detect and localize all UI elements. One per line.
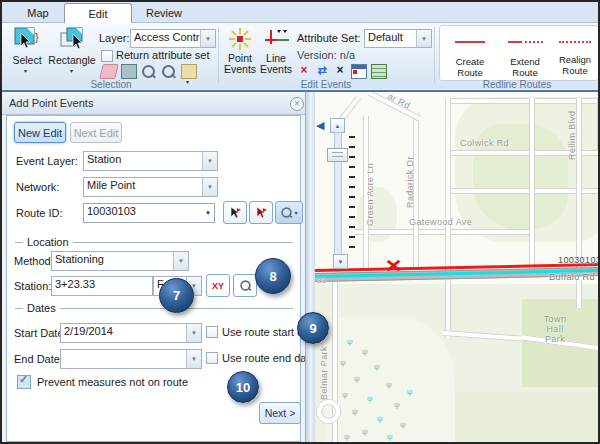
clear-route-selection-button[interactable] — [249, 201, 273, 224]
event-table-icon[interactable] — [371, 64, 387, 79]
attribute-set-label: Attribute Set: — [297, 32, 361, 44]
line-events-label: Line Events — [260, 53, 292, 75]
end-date-field[interactable]: ▼ — [60, 349, 202, 369]
next-button[interactable]: Next > — [259, 402, 301, 424]
end-date-dropdown-arrow-icon[interactable]: ▼ — [186, 350, 201, 368]
select-route-on-map-button[interactable] — [223, 201, 247, 224]
event-layer-dropdown-arrow-icon[interactable]: ▼ — [202, 152, 217, 170]
callout-10: 10 — [227, 371, 259, 403]
map-view[interactable]: × ar Rd Colwick Rd Rellim Blvd Radarick … — [315, 90, 600, 444]
return-attribute-set-label: Return attribute set — [116, 49, 210, 61]
start-date-field[interactable]: 2/19/2014 ▼ — [60, 323, 202, 343]
wetland-icon: ψ — [386, 380, 392, 389]
collapse-panel-icon[interactable]: ◀ — [316, 119, 324, 132]
route-zoom-dropdown-button[interactable]: ▾ — [275, 201, 303, 224]
town-hall-park-label: Town Hall Park — [537, 314, 573, 344]
street-label-buffalo: Buffalo Rd — [549, 272, 595, 282]
use-route-end-date-checkbox[interactable] — [206, 352, 218, 364]
tab-edit[interactable]: Edit — [64, 3, 132, 23]
route-measure-label: 33 — [317, 276, 327, 285]
layer-dropdown-arrow-icon[interactable]: ▼ — [200, 30, 215, 47]
redline-routes-group-label: Redline Routes — [434, 79, 600, 90]
method-dropdown-arrow-icon[interactable]: ▼ — [173, 252, 188, 270]
realign-route-button[interactable]: Realign Route — [554, 26, 596, 80]
zoom-in-button[interactable]: ▲ — [330, 118, 345, 133]
select-all-icon[interactable] — [121, 64, 137, 79]
network-dropdown[interactable]: Mile Point ▼ — [83, 177, 218, 197]
street-label-rellim: Rellim Blvd — [567, 110, 577, 160]
line-events-button[interactable]: Line Events — [260, 25, 292, 83]
return-attribute-set-checkbox[interactable] — [101, 50, 113, 62]
start-date-dropdown-arrow-icon[interactable]: ▼ — [186, 324, 201, 342]
use-route-end-date-label: Use route end date — [222, 352, 316, 364]
route-id-combo[interactable]: 10030103 ▾ — [83, 203, 215, 223]
method-dropdown[interactable]: Stationing ▼ — [51, 251, 189, 271]
attribute-set-dropdown-arrow-icon[interactable]: ▼ — [416, 30, 431, 47]
move-event-icon[interactable]: × — [333, 64, 347, 77]
network-label: Network: — [16, 181, 59, 193]
select-caret-icon: ▾ — [24, 67, 27, 74]
rectangle-caret-icon: ▾ — [70, 67, 73, 74]
clear-selection-icon[interactable] — [99, 64, 119, 79]
event-layer-dropdown[interactable]: Station ▼ — [83, 151, 218, 171]
close-icon[interactable]: × — [290, 97, 304, 111]
zoom-to-selection-icon[interactable] — [141, 64, 155, 77]
pan-to-selection-icon[interactable] — [161, 64, 175, 77]
select-button[interactable]: } Select ▾ — [8, 25, 46, 83]
wetland-icon: ψ — [394, 400, 400, 409]
rectangle-select-button[interactable]: Rectangle ▾ — [48, 25, 96, 83]
event-layer-label: Event Layer: — [16, 155, 78, 167]
route-id-map-label: 10030103 — [558, 255, 600, 265]
line-events-icon — [264, 28, 290, 50]
extend-route-label: Extend Route — [498, 56, 552, 78]
method-label: Method: — [14, 255, 54, 267]
new-edit-button[interactable]: New Edit — [14, 122, 66, 143]
point-events-label: Point Events — [224, 53, 256, 75]
station-label: Station: — [14, 280, 51, 292]
redline-routes-panel: Create Route Extend Route Realign Route — [439, 25, 599, 81]
prevent-measures-checkbox[interactable]: ✓ — [17, 375, 31, 389]
location-group-label: Location — [23, 236, 73, 248]
zoom-out-button[interactable]: ▼ — [333, 254, 348, 269]
street-label-green-acre: Green Acre Ln — [365, 162, 375, 226]
route-id-dropdown-arrow-icon[interactable]: ▾ — [202, 204, 214, 222]
route-point-x-marker: × — [385, 253, 401, 279]
extend-route-button[interactable]: Extend Route — [498, 26, 552, 80]
version-label: Version: n/a — [297, 49, 355, 61]
select-tool-icon: } — [14, 27, 40, 51]
tab-map[interactable]: Map — [12, 4, 64, 21]
zoom-slider-handle[interactable] — [327, 148, 348, 162]
network-dropdown-arrow-icon[interactable]: ▼ — [202, 178, 217, 196]
wetland-icon: ψ — [367, 394, 373, 403]
use-route-start-date-checkbox[interactable] — [206, 326, 218, 338]
next-edit-button[interactable]: Next Edit — [70, 122, 122, 143]
road — [529, 98, 535, 270]
extend-route-icon — [508, 41, 522, 43]
create-route-button[interactable]: Create Route — [444, 26, 496, 80]
realign-route-icon — [559, 41, 591, 43]
point-events-button[interactable]: Point Events — [224, 25, 256, 83]
up-arrow-icon: ▲ — [335, 123, 341, 129]
xy-button[interactable]: XY — [206, 274, 230, 297]
merge-events-icon[interactable]: ⇄ — [315, 64, 329, 77]
callout-8: 8 — [255, 258, 291, 294]
delete-event-icon[interactable]: × — [297, 64, 311, 77]
selection-options-icon[interactable] — [181, 64, 197, 79]
ribbon-tab-bar: Map Edit Review — [2, 2, 598, 22]
attribute-set-dropdown[interactable]: Default ▼ — [364, 29, 432, 48]
rectangle-label: Rectangle — [48, 55, 96, 66]
dates-group-label: Dates — [23, 302, 60, 314]
wetland-icon: ψ — [347, 337, 353, 346]
event-window-icon[interactable] — [351, 64, 367, 79]
point-events-icon — [229, 28, 251, 50]
tab-review[interactable]: Review — [134, 4, 194, 21]
rectangle-tool-icon — [60, 27, 86, 51]
station-zoom-button[interactable] — [233, 274, 257, 297]
street-label-gatewood: Gatewood Ave — [409, 217, 472, 227]
station-input[interactable]: 3+23.33 — [51, 276, 153, 296]
callout-7: 7 — [159, 278, 194, 313]
layer-dropdown[interactable]: Access Control ▼ — [130, 29, 216, 48]
wetland-icon: ψ — [407, 387, 413, 396]
wetland-icon: ψ — [374, 362, 380, 371]
wetland-icon: ψ — [352, 407, 358, 416]
